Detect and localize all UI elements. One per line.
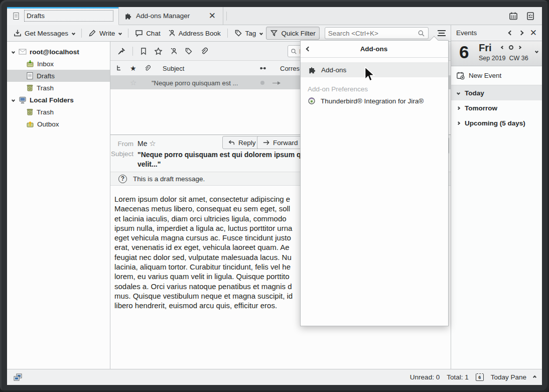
outgoing-arrow-icon [272, 80, 281, 86]
folder-outbox[interactable]: Outbox [7, 118, 110, 130]
today-circle-icon[interactable] [509, 45, 513, 50]
new-event-icon [456, 71, 465, 80]
tag-icon [234, 29, 242, 37]
menu-item-jira-integration[interactable]: Thunderbird® Integration for Jira® [301, 94, 448, 108]
separator [132, 47, 133, 56]
forward-label: Forward [273, 139, 298, 147]
tab-addons-label: Add-ons Manager [136, 12, 190, 20]
folder-trash[interactable]: Trash [7, 82, 110, 94]
close-icon[interactable]: ✕ [530, 29, 537, 37]
tab-addons-manager[interactable]: Add-ons Manager ✕ [119, 7, 223, 25]
attachment-filter-icon[interactable] [200, 47, 208, 55]
tag-filter-icon[interactable] [185, 47, 193, 55]
star-icon[interactable]: ☆ [130, 78, 136, 87]
upcoming-label: Upcoming (5 days) [465, 119, 525, 127]
tab-drafts[interactable]: Drafts [7, 7, 119, 25]
thread-column-icon[interactable] [116, 65, 122, 71]
reply-button[interactable]: Reply [222, 136, 261, 149]
main-toolbar: Get Messages Write Chat Address Book [7, 25, 451, 41]
events-group-today[interactable]: Today [451, 85, 542, 100]
chevron-down-icon[interactable] [12, 98, 15, 101]
offline-indicator-icon[interactable] [13, 373, 23, 382]
tag-button[interactable]: Tag [231, 27, 266, 39]
question-circle-icon: ? [118, 175, 127, 183]
subject-column-header[interactable]: Subject [163, 64, 184, 72]
write-icon [88, 29, 96, 37]
read-column-icon[interactable] [259, 66, 267, 70]
tasks-tab-icon[interactable] [526, 12, 535, 21]
starred-filter-icon[interactable] [154, 47, 163, 55]
app-menu-button[interactable] [436, 28, 448, 38]
row-subject: "Neque porro quisquam est ... [152, 79, 238, 86]
next-icon[interactable] [518, 31, 523, 36]
write-button[interactable]: Write [85, 27, 125, 39]
star-column-icon[interactable]: ★ [130, 64, 136, 72]
next-day-icon[interactable] [518, 46, 521, 49]
new-event-button[interactable]: New Event [451, 66, 542, 85]
contact-filter-icon[interactable] [170, 47, 178, 55]
today-label: Today [465, 89, 484, 97]
correspondents-column-header[interactable]: Corres [280, 64, 300, 72]
previous-icon[interactable] [508, 31, 513, 36]
read-indicator-dot[interactable] [260, 81, 264, 85]
quick-filter-button[interactable]: Quick Filter [266, 27, 319, 40]
events-header: Events ✕ [451, 25, 542, 41]
puzzle-icon [308, 66, 316, 74]
day-name: Fri [479, 42, 492, 54]
events-group-upcoming[interactable]: Upcoming (5 days) [451, 115, 542, 130]
chat-label: Chat [146, 30, 161, 37]
folder-inbox[interactable]: Inbox [7, 58, 110, 70]
chevron-down-icon[interactable] [118, 31, 122, 35]
account-local-folders[interactable]: Local Folders [7, 94, 110, 106]
global-search-field[interactable] [325, 27, 429, 39]
previous-day-icon[interactable] [501, 46, 504, 49]
tab-drafts-label: Drafts [24, 10, 113, 22]
document-icon [12, 12, 20, 20]
search-input[interactable] [328, 30, 418, 37]
get-messages-label: Get Messages [25, 30, 68, 37]
forward-button[interactable]: Forward [257, 136, 304, 149]
toolbar-separator [81, 29, 82, 38]
chevron-down-icon[interactable] [72, 31, 75, 35]
tab-bar: Drafts Add-ons Manager ✕ [7, 7, 542, 25]
chat-button[interactable]: Chat [131, 27, 164, 39]
calendar-tab-icon[interactable] [509, 12, 518, 21]
chevron-down-icon[interactable] [535, 50, 538, 53]
today-pane-toggle[interactable]: Today Pane [491, 373, 526, 381]
events-group-tomorrow[interactable]: Tomorrow [451, 100, 542, 115]
unread-filter-icon[interactable] [140, 47, 147, 55]
subject-label: Subject [110, 150, 133, 169]
popup-title: Add-ons [310, 45, 438, 53]
folder-drafts[interactable]: Drafts [7, 70, 110, 82]
outbox-icon [26, 120, 34, 128]
account-label: root@localhost [30, 48, 79, 56]
chat-icon [135, 29, 143, 37]
from-label: From [110, 140, 133, 148]
thunderbird-window: Drafts Add-ons Manager ✕ Get Messages [7, 7, 542, 385]
toolbar-separator [227, 29, 228, 38]
trash-icon [26, 108, 34, 116]
get-messages-button[interactable]: Get Messages [10, 27, 78, 39]
chevron-right-icon [457, 121, 460, 124]
quick-filter-label: Quick Filter [281, 30, 315, 37]
attachment-column-icon[interactable] [144, 64, 151, 72]
star-sender-icon[interactable]: ☆ [149, 139, 156, 148]
tab-close-icon[interactable]: ✕ [207, 12, 218, 20]
chevron-down-icon[interactable] [12, 50, 15, 53]
chevron-down-icon[interactable] [259, 31, 263, 35]
subject-value-line1: "Neque porro quisquam est qui dolorem ip… [138, 150, 305, 160]
chevron-down-icon [457, 91, 460, 94]
date-banner: 6 Fri Sep 2019 CW 36 [451, 41, 542, 66]
account-root-localhost[interactable]: root@localhost [7, 46, 110, 58]
total-count: Total: 1 [447, 373, 469, 381]
folder-label: Trash [37, 108, 54, 116]
tomorrow-label: Tomorrow [465, 104, 497, 112]
address-book-button[interactable]: Address Book [164, 27, 224, 39]
document-icon [26, 72, 34, 80]
folder-local-trash[interactable]: Trash [7, 106, 110, 118]
puzzle-icon [124, 12, 132, 20]
calendar-week: CW 36 [509, 55, 528, 62]
today-pane-calendar-icon: 6 [476, 373, 484, 381]
sticky-filter-icon[interactable] [117, 47, 125, 55]
chevron-up-icon[interactable] [533, 375, 536, 379]
